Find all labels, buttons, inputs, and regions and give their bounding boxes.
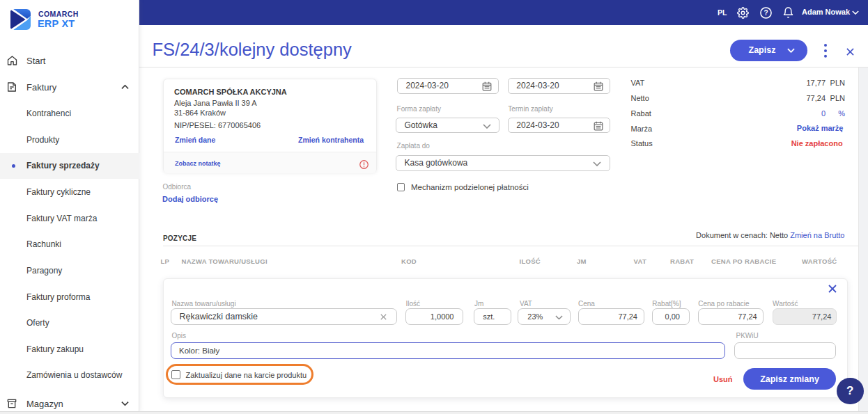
svg-text:?: ?	[764, 9, 768, 17]
